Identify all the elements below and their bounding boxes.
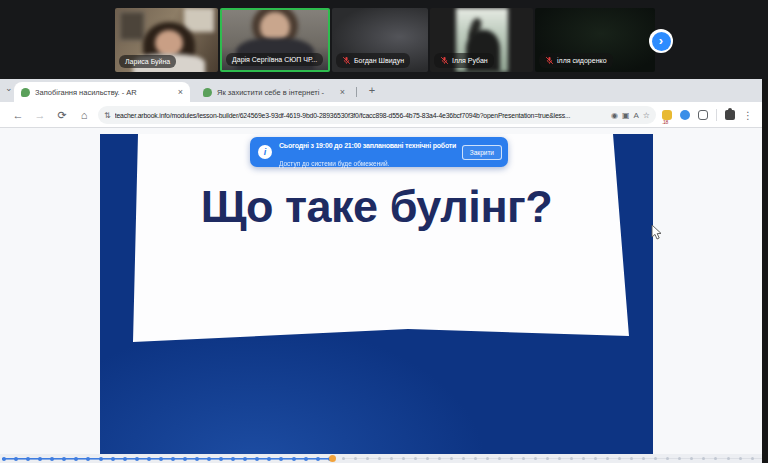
reading-mode-icon[interactable]: ◉ (611, 111, 618, 120)
tab-search-icon[interactable]: ⌄ (5, 83, 13, 93)
banner-title: Сьогодні з 19:00 до 21:00 заплановані те… (279, 142, 456, 149)
timeline-current-marker[interactable] (329, 455, 336, 462)
url-omnibox[interactable]: ⇅ teacher.arbook.info/modules/lesson-bui… (98, 106, 656, 124)
timeline-done[interactable] (2, 454, 332, 463)
site-settings-icon[interactable]: ⇅ (104, 111, 111, 120)
close-tab-icon[interactable]: × (340, 87, 345, 97)
participant-name: Ілля Рубан (452, 57, 488, 64)
banner-subtitle: Доступ до системи буде обмежений. (279, 160, 389, 167)
info-icon: i (258, 145, 272, 159)
tab-title: Як захистити себе в інтернеті - (217, 88, 335, 97)
participant-name: ілля сидоренко (557, 57, 607, 64)
chevron-right-icon: › (652, 32, 671, 51)
lesson-progress-timeline[interactable] (0, 454, 768, 463)
participant-video (155, 30, 183, 56)
timeline-remaining[interactable] (342, 454, 766, 463)
extensions-puzzle-icon[interactable] (725, 110, 735, 120)
cast-icon[interactable]: ▣ (622, 111, 630, 120)
extension-icon[interactable]: .18 (662, 110, 672, 120)
picture-frame-decoration (119, 11, 145, 41)
screen-edge (762, 79, 768, 463)
new-tab-button[interactable]: + (364, 83, 380, 99)
translate-icon[interactable]: A (633, 111, 638, 120)
extension-badge: .18 (662, 119, 668, 125)
slide-background: Що таке булінг? (100, 134, 653, 454)
maintenance-notification-banner: i Сьогодні з 19:00 до 21:00 заплановані … (250, 137, 508, 167)
tab-title: Запобігання насильству. - AR (35, 88, 173, 97)
home-button[interactable]: ⌂ (76, 107, 92, 123)
zoom-participant-strip: Лариса Буйна Дарія Сергіївна СЮП ЧР... Б… (0, 0, 768, 79)
extension-icon[interactable] (698, 110, 708, 120)
extension-icon[interactable] (680, 110, 690, 120)
arbook-favicon (21, 88, 30, 97)
tab-internet-safety[interactable]: Як захистити себе в інтернеті - × (196, 82, 352, 102)
screen: Лариса Буйна Дарія Сергіївна СЮП ЧР... Б… (0, 0, 768, 463)
participant-tile[interactable]: ілля сидоренко (535, 8, 655, 72)
mic-muted-icon (342, 56, 351, 65)
participant-tile[interactable]: Лариса Буйна (115, 8, 218, 72)
participant-name: Лариса Буйна (125, 58, 170, 65)
participant-name-label: ілля сидоренко (539, 53, 613, 68)
bookmark-star-icon[interactable]: ☆ (643, 111, 650, 120)
participant-name: Богдан Швидун (354, 57, 404, 64)
participant-tile[interactable]: Богдан Швидун (332, 8, 428, 72)
back-button[interactable]: ← (10, 107, 26, 123)
participant-tile[interactable]: Ілля Рубан (430, 8, 533, 72)
slide-title: Що таке булінг? (140, 182, 613, 232)
toolbar-separator (716, 109, 717, 121)
mic-muted-icon (440, 56, 449, 65)
forward-button[interactable]: → (32, 107, 48, 123)
participant-name-label: Лариса Буйна (119, 55, 176, 68)
lesson-page-content: Що таке булінг? i Сьогодні з 19:00 до 21… (0, 128, 768, 454)
browser-address-bar: ← → ⟳ ⌂ ⇅ teacher.arbook.info/modules/le… (0, 102, 768, 128)
calendar-decoration (184, 8, 214, 32)
arbook-favicon (203, 88, 212, 97)
participant-name-label: Богдан Швидун (336, 53, 410, 68)
mic-muted-icon (545, 56, 554, 65)
tab-separator (356, 87, 357, 97)
banner-text: Сьогодні з 19:00 до 21:00 заплановані те… (279, 134, 455, 170)
url-text[interactable]: teacher.arbook.info/modules/lesson-build… (115, 112, 607, 119)
tab-lesson-builder[interactable]: Запобігання насильству. - AR × (14, 82, 190, 102)
banner-close-button[interactable]: Закрити (462, 145, 502, 160)
participant-name: Дарія Сергіївна СЮП ЧР... (232, 56, 317, 63)
participant-tile-active-speaker[interactable]: Дарія Сергіївна СЮП ЧР... (220, 8, 330, 72)
next-participants-button[interactable]: › (649, 29, 673, 53)
mouse-cursor (651, 225, 664, 241)
close-tab-icon[interactable]: × (178, 87, 183, 97)
participant-name-label: Дарія Сергіївна СЮП ЧР... (226, 53, 323, 66)
browser-tab-bar: ⌄ Запобігання насильству. - AR × Як захи… (0, 79, 768, 102)
browser-menu-icon[interactable]: ⋮ (743, 110, 753, 121)
participant-name-label: Ілля Рубан (434, 53, 494, 68)
extensions-row: .18 ⋮ (662, 106, 753, 124)
reload-button[interactable]: ⟳ (54, 107, 70, 123)
